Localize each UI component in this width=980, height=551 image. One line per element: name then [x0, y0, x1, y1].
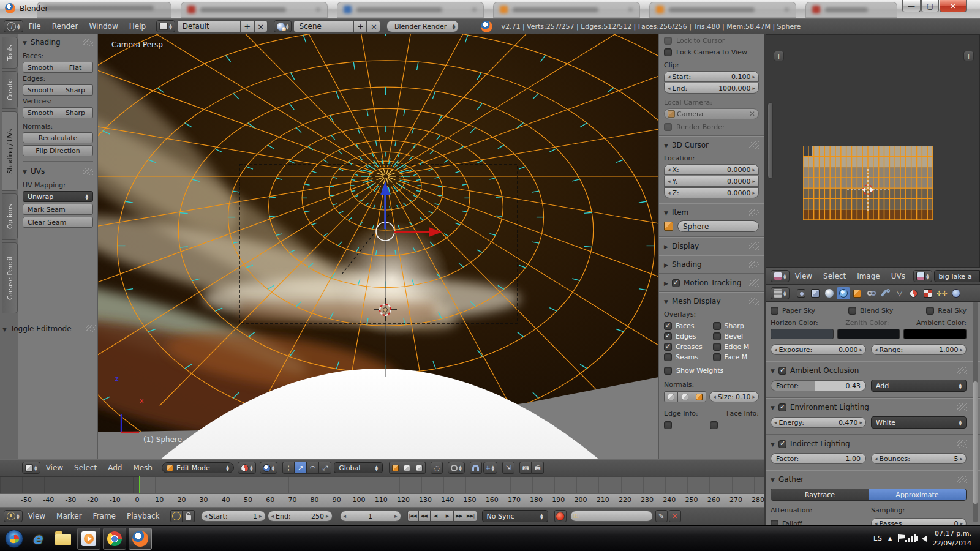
screen-layout-icon-button[interactable] [156, 20, 175, 32]
next-keyframe-button[interactable]: ▶▶ [454, 511, 466, 522]
tab-object-data[interactable]: ▽ [893, 287, 907, 299]
environment-lighting-header[interactable]: Environment Lighting [771, 403, 967, 411]
face-m-checkbox[interactable] [713, 353, 721, 361]
play-reverse-button[interactable]: ◀ [431, 511, 442, 522]
taskbar-blender-icon[interactable] [129, 528, 152, 550]
lock-to-cursor-checkbox[interactable] [664, 37, 672, 45]
lock-range-toggle[interactable] [183, 510, 195, 522]
normal-size-field[interactable]: ◂Size:0.10▸ [709, 391, 759, 402]
clip-end-field[interactable]: ◂End:1000.000▸ [664, 83, 759, 94]
energy-field[interactable]: ◂Energy:0.470▸ [771, 417, 866, 428]
edges-checkbox[interactable] [664, 332, 672, 340]
cursor-z-field[interactable]: ◂Z:0.0000▸ [664, 187, 759, 198]
tab-grease-pencil[interactable]: Grease Pencil [2, 242, 18, 313]
menu-select[interactable]: Select [818, 272, 851, 280]
menu-select[interactable]: Select [69, 463, 102, 472]
vertices-smooth-button[interactable]: Smooth [23, 107, 58, 118]
clip-start-field[interactable]: ◂Start:0.100▸ [664, 71, 759, 82]
language-indicator[interactable]: ES [873, 534, 882, 542]
shading-panel-header-n[interactable]: Shading [664, 260, 759, 269]
creases-checkbox[interactable] [664, 343, 672, 351]
sync-dropdown[interactable]: No Sync [482, 510, 548, 522]
uvs-panel-header[interactable]: UVs [23, 167, 93, 176]
prev-keyframe-button[interactable]: ◀◀ [419, 511, 431, 522]
sharp-checkbox[interactable] [713, 322, 721, 330]
uv-grid[interactable] [803, 146, 933, 220]
frame-end-field[interactable]: ◂End:250▸ [268, 511, 333, 522]
ambient-occlusion-checkbox[interactable] [778, 367, 786, 375]
indirect-lighting-header[interactable]: Indirect Lighting [771, 440, 967, 448]
preview-range-toggle[interactable] [170, 510, 183, 522]
region-scroll-handle[interactable] [767, 102, 773, 179]
orientation-dropdown[interactable]: Global [334, 462, 383, 473]
auto-keyframe-toggle[interactable] [554, 510, 567, 522]
edge-m-checkbox[interactable] [713, 343, 721, 351]
add-layout-button[interactable]: + [241, 20, 254, 32]
editor-type-button[interactable]: i [4, 20, 23, 32]
menu-frame[interactable]: Frame [88, 512, 121, 520]
add-scene-button[interactable]: + [353, 20, 367, 32]
recalculate-button[interactable]: Recalculate [23, 132, 93, 143]
edges-smooth-button[interactable]: Smooth [23, 84, 58, 96]
edge-length-checkbox[interactable] [664, 421, 672, 429]
volume-icon[interactable] [922, 536, 927, 542]
delete-scene-button[interactable]: × [367, 20, 380, 32]
start-button[interactable] [5, 530, 23, 548]
bevel-checkbox[interactable] [713, 332, 721, 340]
snap-toggle[interactable] [470, 462, 482, 474]
play-button[interactable]: ▶ [442, 511, 454, 522]
3d-viewport[interactable]: Camera Persp (1) Sphere z x [98, 34, 658, 459]
vertex-select-toggle[interactable] [389, 462, 401, 474]
scene-field[interactable]: Scene [293, 20, 353, 32]
shading-panel-header[interactable]: Shading [23, 38, 93, 47]
menu-playback[interactable]: Playback [121, 512, 165, 520]
snap-peel-button[interactable]: ⇲ [502, 462, 514, 474]
action-center-flag-icon[interactable] [898, 534, 899, 542]
cursor-y-field[interactable]: ◂Y:0.0000▸ [664, 176, 759, 187]
tab-constraints[interactable] [865, 287, 878, 299]
editor-type-button[interactable] [22, 462, 40, 474]
lock-camera-checkbox[interactable] [664, 48, 672, 56]
environment-lighting-checkbox[interactable] [778, 403, 786, 411]
render-border-checkbox[interactable] [664, 123, 672, 131]
faces-checkbox[interactable] [664, 322, 672, 330]
faces-flat-button[interactable]: Flat [58, 62, 93, 73]
viewport-shading-dropdown[interactable] [238, 462, 256, 474]
editor-type-button[interactable] [771, 270, 790, 282]
range-field[interactable]: ◂Range:1.000▸ [871, 344, 967, 355]
real-sky-checkbox[interactable] [926, 307, 934, 315]
menu-window[interactable]: Window [83, 22, 123, 31]
camera-field[interactable]: Camera✕ [664, 108, 759, 119]
menu-file[interactable]: File [23, 22, 47, 31]
tab-physics[interactable] [949, 287, 963, 299]
passes-field[interactable]: ◂Passes:0▸ [871, 518, 967, 525]
tray-expand-icon[interactable]: ▲ [888, 536, 892, 541]
image-name-field[interactable]: big-lake-a [934, 270, 980, 282]
operator-panel-header[interactable]: Toggle Editmode [2, 324, 96, 333]
jump-to-end-button[interactable]: ▶▶| [466, 511, 477, 522]
tab-particles[interactable]: ✢✢ [935, 287, 949, 299]
show-weights-checkbox[interactable] [664, 367, 672, 375]
loose-normals-toggle[interactable] [678, 391, 692, 402]
ambient-occlusion-header[interactable]: Ambient Occlusion [771, 366, 967, 375]
tab-texture[interactable] [921, 287, 935, 299]
taskbar-wmp-icon[interactable] [77, 528, 100, 550]
render-opengl-anim-button[interactable]: 🎬︎ [532, 462, 544, 474]
scrollbar-handle[interactable] [973, 381, 978, 504]
falloff-checkbox[interactable] [771, 520, 778, 526]
manipulator-axes-toggle[interactable]: ⊹ [282, 462, 295, 474]
clock[interactable]: 07:17 p.m. 22/09/2014 [933, 529, 971, 549]
editor-type-button[interactable] [4, 510, 23, 522]
indirect-lighting-checkbox[interactable] [778, 440, 786, 448]
render-engine-dropdown[interactable]: Blender Render [394, 23, 447, 31]
menu-view[interactable]: View [40, 463, 69, 472]
tab-modifiers[interactable] [879, 287, 892, 299]
menu-help[interactable]: Help [124, 22, 151, 31]
motion-tracking-panel-header[interactable]: Motion Tracking [664, 279, 759, 287]
expand-region-right-icon[interactable]: + [963, 51, 974, 61]
proportional-edit-dropdown[interactable] [448, 462, 465, 474]
tab-material[interactable] [907, 287, 921, 299]
menu-mesh[interactable]: Mesh [127, 463, 158, 472]
3d-cursor-panel-header[interactable]: 3D Cursor [664, 141, 759, 149]
tab-options[interactable]: Options [2, 193, 18, 240]
